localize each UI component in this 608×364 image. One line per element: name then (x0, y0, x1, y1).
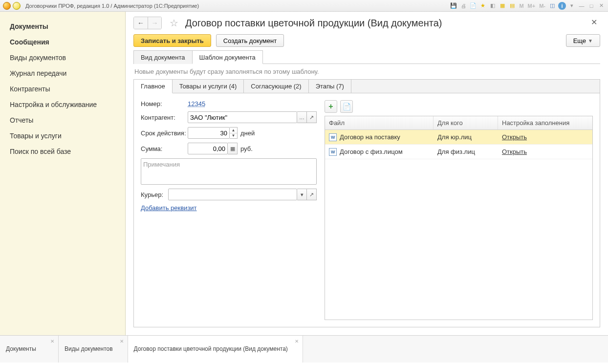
page-title: Договор поставки цветочной продукции (Ви… (185, 18, 442, 29)
add-file-button[interactable]: + (325, 100, 337, 113)
courier-input[interactable] (168, 189, 297, 200)
contragent-open-button[interactable]: ↗ (307, 111, 317, 123)
notes-textarea[interactable] (141, 158, 317, 185)
tab-main[interactable]: Главное (134, 80, 173, 93)
more-button[interactable]: Еще▼ (566, 34, 600, 47)
word-doc-icon (329, 148, 337, 156)
term-input[interactable] (188, 127, 230, 139)
table-row[interactable]: Договор на поставку Для юр.лиц Открыть (325, 130, 592, 145)
nav-documents[interactable]: Документы (0, 19, 125, 34)
close-tab-icon[interactable]: ✕ (120, 339, 124, 344)
tab-approvers[interactable]: Согласующие (2) (244, 80, 308, 93)
sum-input[interactable] (188, 143, 228, 154)
titlebar: Договорчики ПРОФ, редакция 1.0 / Админис… (0, 0, 608, 12)
files-table: Файл Для кого Настройка заполнения Догов… (325, 116, 593, 320)
favorite-star-icon[interactable]: ☆ (170, 17, 178, 29)
word-doc-icon (329, 133, 337, 141)
save-and-close-button[interactable]: Записать и закрыть (133, 34, 211, 47)
file-name: Договор на поставку (340, 133, 400, 141)
open-config-link[interactable]: Открыть (502, 133, 527, 141)
number-label: Номер: (141, 100, 188, 107)
tb-fav-icon[interactable]: ★ (479, 2, 487, 10)
courier-open-button[interactable]: ↗ (307, 189, 317, 200)
number-value[interactable]: 12345 (188, 100, 205, 107)
sum-unit: руб. (240, 145, 253, 152)
tb-dropdown-icon[interactable]: ▾ (568, 2, 576, 10)
tb-history-icon[interactable]: ◧ (489, 2, 497, 10)
file-name: Договор с физ.лицом (340, 148, 403, 155)
window-minimize[interactable]: — (578, 2, 586, 10)
th-file[interactable]: Файл (325, 116, 434, 129)
tab-stages[interactable]: Этапы (7) (309, 80, 351, 93)
nav-messages[interactable]: Сообщения (0, 34, 125, 50)
file-who: Для юр.лиц (437, 133, 472, 141)
add-attribute-link[interactable]: Добавить реквизит (141, 204, 197, 212)
contragent-select-button[interactable]: … (297, 111, 307, 123)
app-icon-1c (3, 2, 11, 10)
th-who[interactable]: Для кого (434, 116, 498, 129)
close-tab-icon[interactable]: ✕ (295, 339, 299, 344)
task-tab-doc-types[interactable]: Виды документов ✕ (59, 336, 128, 363)
tb-panels-icon[interactable]: ◫ (548, 2, 556, 10)
chevron-down-icon: ▼ (588, 38, 593, 43)
nav-search[interactable]: Поиск по всей базе (0, 144, 125, 159)
window-title: Договорчики ПРОФ, редакция 1.0 / Админис… (25, 3, 199, 9)
task-tab-current[interactable]: Договор поставки цветочной продукции (Ви… (128, 336, 303, 363)
template-hint: Новые документы будут сразу заполняться … (133, 64, 600, 79)
tab-doc-template[interactable]: Шаблон документа (192, 50, 263, 64)
close-tab-icon[interactable]: ✕ (50, 339, 54, 344)
term-label: Срок действия: (141, 129, 188, 137)
sidebar: Документы Сообщения Виды документов Журн… (0, 12, 126, 335)
create-document-button[interactable]: Создать документ (216, 34, 284, 47)
tb-calc-icon[interactable]: ▦ (499, 2, 506, 10)
courier-dropdown-button[interactable]: ▾ (297, 189, 307, 200)
nav-goods[interactable]: Товары и услуги (0, 128, 125, 144)
open-config-link[interactable]: Открыть (502, 148, 527, 155)
close-page-button[interactable]: ✕ (591, 18, 597, 27)
term-unit: дней (240, 129, 255, 137)
sum-calc-button[interactable]: ▦ (228, 143, 238, 154)
contragent-input[interactable] (188, 111, 297, 123)
th-config[interactable]: Настройка заполнения (498, 116, 592, 129)
window-close[interactable]: ✕ (597, 2, 605, 10)
app-icon-arrow (13, 2, 21, 10)
sum-label: Сумма: (141, 145, 188, 152)
content-area: ✕ ← → ☆ Договор поставки цветочной проду… (126, 12, 608, 335)
term-spin-up[interactable]: ▲ (230, 128, 237, 133)
tb-calendar-icon[interactable]: ▤ (508, 2, 516, 10)
nav-transfer-log[interactable]: Журнал передачи (0, 65, 125, 81)
task-tab-documents[interactable]: Документы ✕ (0, 336, 59, 363)
nav-contragents[interactable]: Контрагенты (0, 81, 125, 97)
table-row[interactable]: Договор с физ.лицом Для физ.лиц Открыть (325, 145, 592, 159)
nav-forward-button: → (148, 17, 161, 29)
courier-label: Курьер: (141, 191, 168, 198)
tab-goods-services[interactable]: Товары и услуги (4) (173, 80, 244, 93)
tb-doc-icon[interactable]: 📄 (469, 2, 477, 10)
window-maximize[interactable]: □ (587, 2, 595, 10)
tb-mplus-icon[interactable]: M+ (527, 3, 537, 9)
tb-save-icon[interactable]: 💾 (450, 2, 457, 10)
tb-mminus-icon[interactable]: M- (538, 3, 546, 9)
file-who: Для физ.лиц (437, 148, 475, 155)
nav-settings[interactable]: Настройка и обслуживание (0, 97, 125, 112)
tb-print-icon[interactable]: 🖨 (459, 2, 467, 10)
taskbar: Документы ✕ Виды документов ✕ Договор по… (0, 335, 608, 363)
nav-back-button[interactable]: ← (134, 17, 148, 29)
nav-reports[interactable]: Отчеты (0, 112, 125, 128)
tab-doc-type[interactable]: Вид документа (133, 50, 193, 64)
view-file-button[interactable]: 📄 (340, 100, 353, 113)
tb-info-icon[interactable]: i (558, 2, 566, 10)
contragent-label: Контрагент: (141, 114, 188, 121)
tb-m-icon[interactable]: M (518, 3, 524, 9)
nav-doc-types[interactable]: Виды документов (0, 50, 125, 65)
term-spin-down[interactable]: ▼ (230, 133, 237, 139)
